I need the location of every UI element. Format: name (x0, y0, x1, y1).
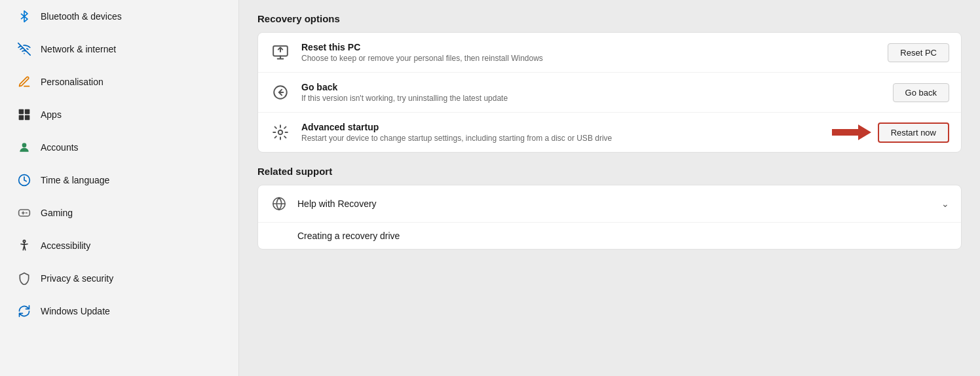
sidebar-label-bluetooth: Bluetooth & devices (41, 11, 122, 22)
help-recovery-row[interactable]: Help with Recovery ⌄ (258, 185, 961, 223)
svg-rect-3 (25, 115, 30, 121)
main-content: Recovery options Reset this PC Choose to… (239, 0, 980, 376)
sidebar: Bluetooth & devices Network & internet P… (0, 0, 239, 376)
advanced-startup-text: Advanced startup Restart your device to … (301, 122, 821, 143)
reset-pc-desc: Choose to keep or remove your personal f… (301, 54, 877, 63)
sidebar-item-privacy[interactable]: Privacy & security (4, 263, 235, 294)
go-back-button[interactable]: Go back (893, 83, 949, 102)
restart-now-button[interactable]: Restart now (878, 122, 949, 143)
sidebar-label-personalisation: Personalisation (41, 77, 104, 87)
accessibility-icon (17, 238, 31, 253)
go-back-row: Go back If this version isn't working, t… (258, 73, 961, 113)
go-back-text: Go back If this version isn't working, t… (301, 82, 882, 103)
sidebar-label-network: Network & internet (41, 44, 116, 54)
reset-pc-button[interactable]: Reset PC (888, 43, 949, 62)
sidebar-label-gaming: Gaming (41, 208, 73, 218)
arrow-indicator-icon (832, 122, 871, 142)
help-recovery-left: Help with Recovery (270, 195, 377, 213)
help-recovery-icon (270, 195, 288, 213)
sidebar-label-apps: Apps (41, 109, 62, 120)
bluetooth-icon (17, 9, 31, 24)
update-icon (17, 304, 31, 318)
svg-point-4 (22, 143, 27, 147)
advanced-startup-action: Restart now (832, 122, 949, 143)
time-icon (17, 173, 31, 187)
network-icon (17, 42, 31, 56)
sidebar-item-apps[interactable]: Apps (4, 99, 235, 130)
help-recovery-label: Help with Recovery (297, 198, 377, 209)
recovery-options-title: Recovery options (257, 13, 962, 24)
go-back-icon (270, 82, 291, 103)
sidebar-item-network[interactable]: Network & internet (4, 33, 235, 65)
related-support-group: Help with Recovery ⌄ Creating a recovery… (257, 185, 962, 250)
advanced-startup-row: Advanced startup Restart your device to … (258, 113, 961, 152)
gaming-icon (17, 206, 31, 220)
chevron-up-icon: ⌄ (941, 198, 949, 209)
sidebar-item-bluetooth[interactable]: Bluetooth & devices (4, 1, 235, 32)
apps-icon (17, 107, 31, 122)
sidebar-item-update[interactable]: Windows Update (4, 295, 235, 327)
go-back-desc: If this version isn't working, try unins… (301, 94, 882, 103)
advanced-startup-desc: Restart your device to change startup se… (301, 134, 821, 143)
related-support-title: Related support (257, 166, 962, 177)
sidebar-item-accounts[interactable]: Accounts (4, 132, 235, 163)
reset-pc-text: Reset this PC Choose to keep or remove y… (301, 42, 877, 63)
svg-rect-0 (19, 109, 24, 115)
svg-point-10 (278, 130, 283, 135)
sidebar-label-time: Time & language (41, 175, 109, 185)
creating-drive-item[interactable]: Creating a recovery drive (258, 223, 961, 249)
sidebar-item-accessibility[interactable]: Accessibility (4, 230, 235, 261)
sidebar-item-time[interactable]: Time & language (4, 164, 235, 196)
reset-pc-row: Reset this PC Choose to keep or remove y… (258, 33, 961, 73)
creating-drive-label: Creating a recovery drive (297, 231, 400, 241)
sidebar-item-gaming[interactable]: Gaming (4, 197, 235, 229)
svg-marker-11 (832, 124, 871, 140)
privacy-icon (17, 271, 31, 286)
sidebar-label-update: Windows Update (41, 306, 110, 316)
advanced-startup-title: Advanced startup (301, 122, 821, 132)
personalisation-icon (17, 75, 31, 89)
reset-pc-title: Reset this PC (301, 42, 877, 52)
reset-icon (270, 42, 291, 63)
reset-pc-action: Reset PC (888, 43, 949, 62)
go-back-action: Go back (893, 83, 949, 102)
recovery-options-group: Reset this PC Choose to keep or remove y… (257, 32, 962, 153)
sidebar-item-personalisation[interactable]: Personalisation (4, 66, 235, 98)
sidebar-label-accessibility: Accessibility (41, 240, 90, 251)
svg-rect-1 (25, 109, 30, 115)
sidebar-label-privacy: Privacy & security (41, 273, 113, 284)
advanced-startup-icon (270, 122, 291, 143)
accounts-icon (17, 140, 31, 155)
sidebar-label-accounts: Accounts (41, 142, 79, 153)
svg-rect-2 (19, 115, 24, 121)
go-back-title: Go back (301, 82, 882, 92)
